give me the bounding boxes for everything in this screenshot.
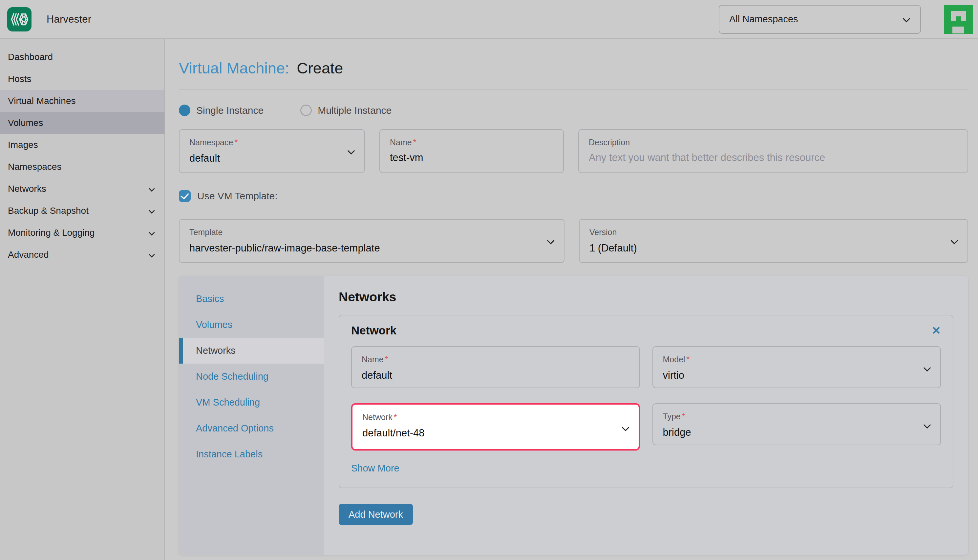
sidebar-item-monitoring-logging[interactable]: Monitoring & Logging — [0, 222, 164, 243]
sidebar-item-label: Virtual Machines — [8, 96, 157, 106]
radio-single-instance[interactable]: Single Instance — [179, 105, 264, 116]
tab-advanced-options[interactable]: Advanced Options — [179, 415, 324, 441]
tab-basics[interactable]: Basics — [179, 286, 324, 312]
page-title: Virtual Machine: Create — [179, 59, 968, 77]
namespace-filter-select[interactable]: All Namespaces — [719, 5, 921, 34]
version-value: 1 (Default) — [589, 242, 958, 254]
sidebar-item-label: Volumes — [8, 118, 157, 128]
tab-networks[interactable]: Networks — [179, 338, 324, 363]
tab-label: Advanced Options — [196, 423, 274, 434]
network-name-value: default — [362, 370, 629, 381]
harvester-app: Harvester All Namespaces Dashboard Hosts… — [0, 0, 978, 560]
vm-config-panel: Basics Volumes Networks Node Scheduling … — [179, 276, 968, 555]
harvester-logo-icon[interactable] — [7, 7, 32, 32]
field-label: Name* — [362, 355, 629, 364]
radio-unselected-icon — [300, 105, 312, 116]
page-title-action: Create — [297, 59, 343, 77]
network-value: default/net-48 — [362, 427, 629, 439]
description-input[interactable] — [589, 152, 958, 163]
model-value: virtio — [663, 370, 931, 381]
type-select[interactable]: Type* bridge — [652, 403, 941, 445]
model-select[interactable]: Model* virtio — [652, 346, 941, 388]
network-card: Network ✕ Name* default Model* virtio — [339, 315, 953, 488]
use-vm-template-checkbox[interactable] — [179, 190, 191, 202]
network-name-field[interactable]: Name* default — [351, 346, 640, 388]
required-marker: * — [234, 138, 237, 147]
chevron-down-icon — [149, 185, 155, 192]
sidebar-item-label: Namespaces — [8, 162, 157, 172]
tab-vm-scheduling[interactable]: VM Scheduling — [179, 390, 324, 415]
type-value: bridge — [663, 427, 931, 438]
required-marker: * — [413, 138, 416, 147]
required-marker: * — [687, 355, 690, 364]
version-select[interactable]: Version 1 (Default) — [579, 219, 968, 263]
tab-instance-labels[interactable]: Instance Labels — [179, 441, 324, 467]
sidebar-item-label: Images — [8, 140, 157, 150]
name-field[interactable]: Name* — [379, 129, 564, 173]
required-marker: * — [682, 412, 685, 421]
sidebar-item-label: Advanced — [8, 250, 150, 260]
sidebar-item-dashboard[interactable]: Dashboard — [0, 46, 164, 68]
tab-volumes[interactable]: Volumes — [179, 312, 324, 338]
tab-node-scheduling[interactable]: Node Scheduling — [179, 363, 324, 390]
top-bar: Harvester All Namespaces — [0, 0, 978, 39]
sidebar-item-label: Dashboard — [8, 52, 157, 62]
sidebar-item-namespaces[interactable]: Namespaces — [0, 156, 164, 178]
tab-label: Node Scheduling — [196, 371, 268, 382]
tab-label: Volumes — [196, 319, 232, 330]
main-content: Virtual Machine: Create Single Instance … — [165, 39, 978, 560]
sidebar-item-virtual-machines[interactable]: Virtual Machines — [0, 90, 164, 112]
sidebar-item-label: Monitoring & Logging — [8, 228, 150, 238]
sidebar-nav: Dashboard Hosts Virtual Machines Volumes… — [0, 39, 165, 560]
tab-label: Networks — [196, 345, 236, 356]
field-label: Template — [189, 228, 554, 237]
chevron-down-icon — [149, 252, 155, 257]
field-label: Type* — [663, 412, 931, 421]
sidebar-item-label: Networks — [8, 183, 150, 194]
tab-label: VM Scheduling — [196, 397, 260, 408]
networks-section-heading: Networks — [339, 290, 953, 304]
sidebar-item-label: Backup & Snapshot — [8, 205, 150, 216]
field-label: Namespace* — [189, 138, 354, 147]
radio-label: Multiple Instance — [318, 105, 391, 116]
radio-label: Single Instance — [196, 105, 264, 116]
tab-label: Instance Labels — [196, 449, 262, 460]
network-select-highlighted[interactable]: Network* default/net-48 — [351, 403, 640, 450]
field-label: Name* — [390, 138, 553, 147]
network-card-fields: Name* default Model* virtio Network* def… — [351, 346, 941, 450]
rancher-icon-tab — [956, 17, 961, 21]
sidebar-item-networks[interactable]: Networks — [0, 178, 164, 200]
namespace-value: default — [189, 152, 354, 164]
network-card-title: Network — [351, 324, 932, 337]
config-tab-strip: Basics Volumes Networks Node Scheduling … — [179, 276, 324, 555]
sidebar-item-advanced[interactable]: Advanced — [0, 243, 164, 265]
field-label: Version — [589, 228, 958, 237]
chevron-down-icon — [149, 208, 155, 213]
sidebar-item-label: Hosts — [8, 74, 157, 84]
page-title-resource: Virtual Machine: — [179, 59, 289, 77]
rancher-logo-icon[interactable] — [944, 5, 973, 34]
chevron-down-icon — [149, 230, 155, 235]
add-network-button[interactable]: Add Network — [339, 504, 413, 525]
network-card-header: Network ✕ — [351, 324, 941, 337]
wheat-hexagon-icon — [10, 12, 29, 27]
sidebar-item-backup-snapshot[interactable]: Backup & Snapshot — [0, 200, 164, 222]
template-select[interactable]: Template harvester-public/raw-image-base… — [179, 219, 565, 263]
required-marker: * — [394, 412, 397, 422]
template-field-row: Template harvester-public/raw-image-base… — [179, 219, 968, 263]
namespace-select[interactable]: Namespace* default — [179, 129, 365, 173]
field-label: Network* — [362, 412, 629, 422]
sidebar-item-hosts[interactable]: Hosts — [0, 68, 164, 90]
radio-multiple-instance[interactable]: Multiple Instance — [300, 105, 391, 116]
required-marker: * — [385, 355, 388, 364]
instance-mode-group: Single Instance Multiple Instance — [179, 105, 968, 116]
description-field[interactable]: Description — [578, 129, 968, 173]
sidebar-item-images[interactable]: Images — [0, 134, 164, 156]
name-input[interactable] — [390, 152, 553, 163]
show-more-link[interactable]: Show More — [351, 463, 400, 474]
close-icon[interactable]: ✕ — [932, 325, 941, 336]
field-label: Model* — [663, 355, 931, 364]
basics-field-row: Namespace* default Name* Description — [179, 129, 968, 173]
use-vm-template-label: Use VM Template: — [197, 190, 278, 202]
sidebar-item-volumes[interactable]: Volumes — [0, 112, 164, 134]
